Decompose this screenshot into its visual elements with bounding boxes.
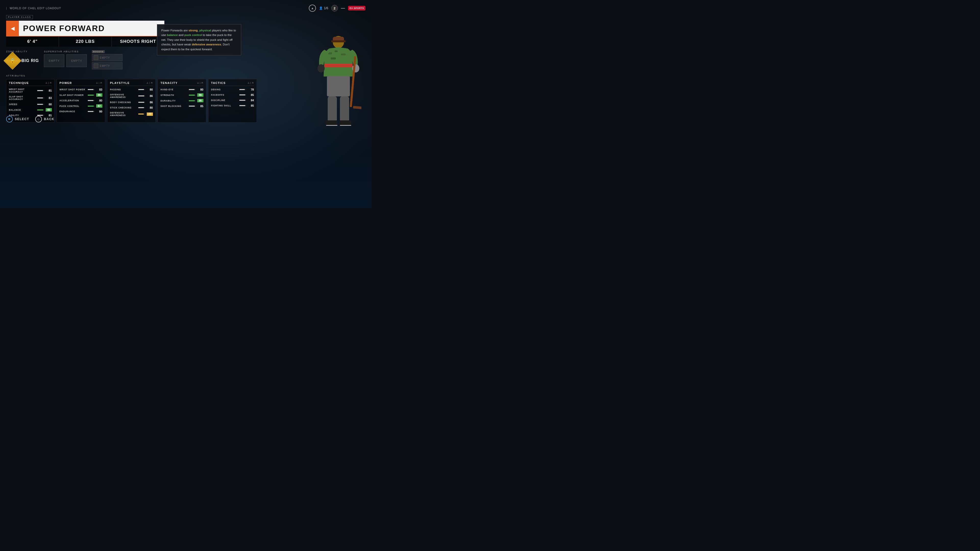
stat-name-4-3: FIGHTING SKILL: [211, 104, 238, 107]
stat-bar-1-4: [88, 111, 95, 112]
attr-col-header-2: PLAYSTYLEΔ | R: [110, 81, 153, 86]
stat-bar-4-3: [239, 105, 246, 106]
stat-value-3-1: 86: [197, 94, 204, 97]
back-button[interactable]: ○ BACK: [35, 116, 54, 122]
attr-col-controls-4: Δ | R: [248, 82, 254, 84]
stat-bar-0-2: [37, 104, 44, 105]
stat-value-2-1: 86: [147, 94, 153, 97]
attr-col-title-2: PLAYSTYLE: [110, 81, 130, 84]
stat-bar-3-0: [189, 89, 196, 90]
table-row: HAND-EYE80: [161, 88, 204, 91]
table-row: DURABILITY86: [161, 99, 204, 102]
table-row: BODY CHECKING86: [110, 101, 153, 104]
table-row: SPEED80: [9, 103, 52, 106]
attributes-grid: TECHNIQUEΔ | RWRIST SHOT ACCURACY81SLAP …: [6, 79, 366, 122]
stat-bar-fill-1-0: [88, 89, 94, 90]
stat-bar-fill-3-3: [189, 106, 195, 106]
prev-class-button[interactable]: ◀: [6, 21, 19, 36]
stat-bar-1-2: [88, 100, 95, 101]
player-weight: 220 LBS: [59, 37, 111, 47]
stat-value-1-1: 86: [96, 94, 102, 97]
main-content: | WORLD OF CHEL EDIT LOADOUT ▲ 👤 1/6 2 —…: [0, 0, 372, 127]
stat-value-1-3: 87: [96, 104, 102, 108]
stat-name-4-0: DEKING: [211, 88, 238, 91]
stat-name-0-0: WRIST SHOT ACCURACY: [9, 88, 36, 93]
stat-value-2-0: 80: [147, 88, 153, 91]
stat-bar-fill-2-0: [138, 89, 144, 90]
stat-bar-1-1: [88, 95, 95, 96]
stat-name-4-1: FACEOFFS: [211, 94, 238, 96]
stat-name-2-2: BODY CHECKING: [110, 101, 137, 103]
stat-bar-fill-2-3: [138, 107, 144, 108]
stat-name-1-4: ENDURANCE: [59, 110, 86, 113]
stat-value-4-2: 84: [248, 99, 254, 102]
o-button-icon: ○: [35, 116, 42, 122]
stat-bar-fill-1-2: [88, 100, 94, 101]
superstar-slot-1[interactable]: EMPTY: [44, 54, 64, 67]
stat-value-4-0: 78: [248, 88, 254, 91]
x-button-icon: ✕: [6, 116, 13, 122]
attr-col-controls-0: Δ | R: [46, 82, 52, 84]
desc-strong: strong: [189, 29, 198, 32]
table-row: DEFENSIVE AWARENESS77: [110, 111, 153, 117]
stat-bar-3-2: [189, 100, 196, 101]
stat-value-0-2: 80: [46, 103, 52, 106]
people-icon: 👤: [319, 6, 323, 10]
player-count: 👤 1/6: [319, 6, 328, 10]
attr-col-header-0: TECHNIQUEΔ | R: [9, 81, 52, 86]
stat-value-1-0: 83: [96, 88, 102, 91]
stat-bar-fill-0-0: [37, 90, 43, 91]
stat-name-2-3: STICK CHECKING: [110, 106, 137, 109]
boost-slot-1[interactable]: EMPTY: [92, 54, 123, 61]
stat-name-1-3: PUCK CONTROL: [59, 105, 86, 107]
select-label: SELECT: [15, 118, 29, 121]
attr-col-title-3: TENACITY: [161, 81, 178, 84]
stat-name-2-0: PASSING: [110, 88, 137, 91]
table-row: SHOT BLOCKING85: [161, 105, 204, 108]
stat-name-1-1: SLAP SHOT POWER: [59, 94, 86, 97]
stat-bar-3-3: [189, 106, 196, 106]
ea-logo: EA SPORTS: [348, 6, 366, 11]
attr-column-tactics: TACTICSΔ | RDEKING78FACEOFFS85DISCIPLINE…: [208, 79, 257, 122]
stat-name-0-2: SPEED: [9, 103, 36, 106]
desc-physical: physical: [199, 29, 211, 32]
table-row: DEKING78: [211, 88, 254, 91]
table-row: WRIST SHOT POWER83: [59, 88, 102, 91]
player-stats-row: 6' 4" 220 LBS SHOOTS RIGHT: [6, 36, 164, 47]
attr-col-title-4: TACTICS: [211, 81, 226, 84]
stat-name-4-2: DISCIPLINE: [211, 99, 238, 102]
stat-bar-fill-2-2: [138, 102, 144, 103]
stat-bar-2-3: [138, 107, 145, 108]
stat-name-3-3: SHOT BLOCKING: [161, 105, 187, 107]
stat-value-3-2: 86: [197, 99, 204, 102]
triangle-button[interactable]: ▲: [309, 5, 316, 12]
breadcrumb-text: WORLD OF CHEL EDIT LOADOUT: [10, 6, 61, 10]
attributes-label: ATTRIBUTES: [6, 75, 366, 77]
zone-ability-section: ZONE ABILITY 🔒 BIG RIG: [6, 50, 39, 67]
stat-bar-0-1: [37, 97, 44, 98]
separator-dash: —: [341, 6, 345, 11]
stat-name-3-1: STRENGTH: [161, 94, 187, 97]
back-label: BACK: [44, 118, 54, 121]
table-row: BALANCE85: [9, 108, 52, 111]
stat-value-2-4: 77: [147, 113, 153, 116]
stat-name-2-4: DEFENSIVE AWARENESS: [110, 111, 137, 117]
stat-bar-2-0: [138, 89, 145, 90]
boost-slot-2[interactable]: EMPTY: [92, 62, 123, 69]
boost-icon-1: [94, 56, 98, 60]
stat-value-4-1: 85: [248, 94, 254, 97]
table-row: ENDURANCE80: [59, 110, 102, 113]
attr-col-header-1: POWERΔ | R: [59, 81, 102, 86]
abilities-row: ZONE ABILITY 🔒 BIG RIG SUPERSTAR ABILITI…: [6, 50, 164, 70]
zone-ability-card[interactable]: 🔒 BIG RIG: [6, 54, 39, 67]
attr-col-title-1: POWER: [59, 81, 72, 84]
stat-value-3-3: 85: [197, 105, 204, 108]
select-button[interactable]: ✕ SELECT: [6, 116, 29, 122]
boost-text-1: EMPTY: [100, 56, 110, 59]
stat-name-3-2: DURABILITY: [161, 100, 187, 102]
table-row: SLAP SHOT ACCURACY83: [9, 95, 52, 100]
desc-def-awareness: defensive awareness: [192, 43, 221, 46]
stat-bar-fill-1-4: [88, 111, 94, 112]
attr-column-tenacity: TENACITYΔ | RHAND-EYE80STRENGTH86DURABIL…: [158, 79, 206, 122]
superstar-slot-2[interactable]: EMPTY: [66, 54, 87, 67]
